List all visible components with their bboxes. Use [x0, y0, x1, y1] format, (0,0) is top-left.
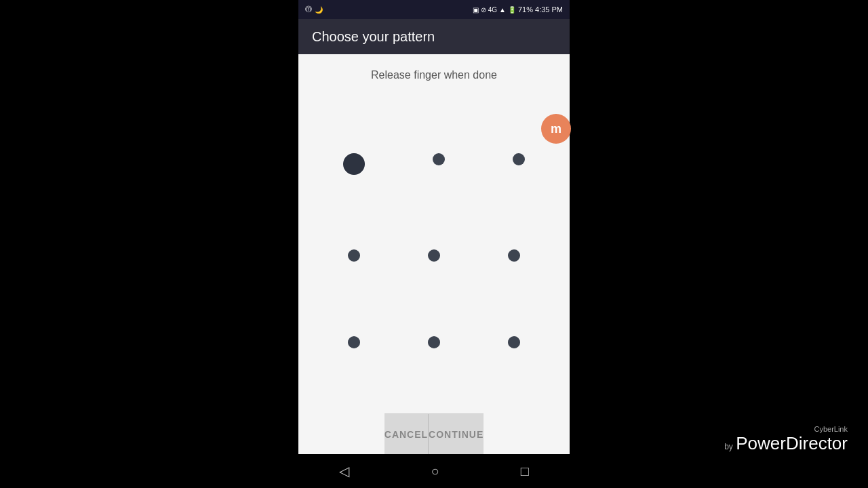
dot-3-3[interactable]: [508, 336, 520, 348]
battery-text: 71%: [518, 5, 533, 14]
dot-1-2[interactable]: [433, 153, 445, 165]
app-icon: ⓜ: [305, 5, 312, 14]
dot-2-3[interactable]: [508, 249, 520, 262]
signal-icon: ▲: [499, 6, 506, 14]
dot-3-1[interactable]: [348, 336, 360, 348]
instruction-text: Release finger when done: [371, 69, 497, 81]
cancel-button[interactable]: CANCEL: [384, 414, 429, 454]
battery-icon: 🔋: [508, 6, 516, 14]
dot-3-2[interactable]: [428, 336, 440, 348]
dot-1-1[interactable]: [343, 153, 365, 175]
time-text: 4:35 PM: [535, 5, 563, 14]
pattern-grid: [343, 88, 525, 413]
by-text: by: [724, 442, 733, 451]
dot-1-3[interactable]: [513, 153, 525, 165]
screen-title: Choose your pattern: [312, 29, 435, 45]
dot-2-1[interactable]: [348, 249, 360, 262]
status-bar: ⓜ 🌙 ▣ ⊘ 4G ▲ 🔋 71% 4:35 PM: [298, 0, 570, 19]
back-button[interactable]: ◁: [339, 463, 349, 479]
home-button[interactable]: ○: [431, 464, 439, 479]
badge-letter: m: [551, 122, 561, 136]
pattern-row-2[interactable]: [348, 249, 520, 262]
button-row: CANCEL CONTINUE: [384, 413, 484, 454]
recents-button[interactable]: □: [521, 464, 529, 479]
status-right: ▣ ⊘ 4G ▲ 🔋 71% 4:35 PM: [473, 5, 563, 14]
title-bar: Choose your pattern: [298, 19, 570, 54]
brand-text: PowerDirector: [736, 433, 848, 453]
app-badge: m: [541, 114, 571, 144]
phone-screen: ⓜ 🌙 ▣ ⊘ 4G ▲ 🔋 71% 4:35 PM Choose your p…: [298, 0, 570, 488]
brand-row: by PowerDirector: [724, 433, 848, 454]
pattern-row-1[interactable]: [343, 153, 525, 175]
nav-bar: ◁ ○ □: [298, 454, 570, 488]
powerdirector-watermark: CyberLink by PowerDirector: [724, 425, 848, 454]
content-area: m Release finger when done CANCEL: [298, 54, 570, 454]
cyberlink-text: CyberLink: [724, 425, 848, 433]
moon-icon: 🌙: [315, 6, 323, 14]
cast-icon: ▣: [473, 6, 479, 14]
dot-2-2[interactable]: [428, 249, 440, 262]
4g-icon: 4G: [488, 6, 497, 14]
status-left: ⓜ 🌙: [305, 5, 323, 14]
continue-button[interactable]: CONTINUE: [429, 414, 484, 454]
block-icon: ⊘: [481, 6, 486, 14]
pattern-row-3[interactable]: [348, 336, 520, 348]
